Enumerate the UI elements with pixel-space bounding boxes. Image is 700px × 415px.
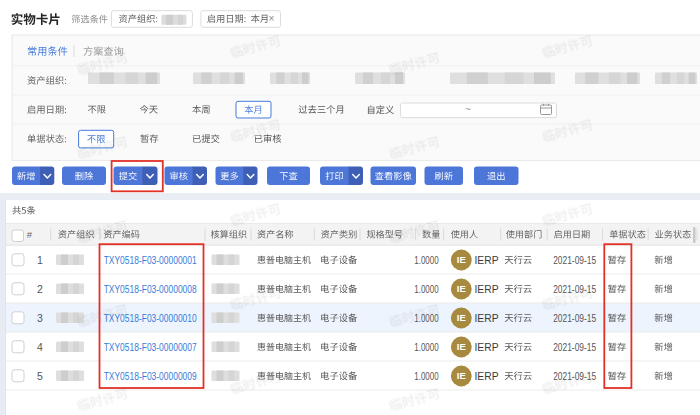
svg-text:TXY0518-F03-00000007: TXY0518-F03-00000007 xyxy=(104,342,197,353)
svg-text:2: 2 xyxy=(37,283,43,295)
svg-text:2021-09-15: 2021-09-15 xyxy=(553,312,596,324)
svg-text:TXY0518-F03-00000001: TXY0518-F03-00000001 xyxy=(104,255,197,266)
svg-text:IERP: IERP xyxy=(475,342,499,353)
svg-text:3: 3 xyxy=(37,312,43,324)
svg-text:IE: IE xyxy=(457,312,466,323)
svg-text:IE: IE xyxy=(457,341,466,352)
svg-text:TXY0518-F03-00000009: TXY0518-F03-00000009 xyxy=(104,371,197,382)
svg-text:1.0000: 1.0000 xyxy=(414,342,439,353)
svg-text:IE: IE xyxy=(457,283,466,294)
svg-text:IE: IE xyxy=(457,370,466,381)
svg-text:5: 5 xyxy=(37,370,43,382)
svg-text:×: × xyxy=(269,13,275,24)
svg-text:IERP: IERP xyxy=(475,255,499,266)
svg-text:IE: IE xyxy=(457,254,466,265)
svg-text:2021-09-15: 2021-09-15 xyxy=(553,341,596,353)
svg-text:~: ~ xyxy=(465,104,471,115)
svg-text:#: # xyxy=(27,229,33,240)
svg-text:TXY0518-F03-00000010: TXY0518-F03-00000010 xyxy=(104,313,197,324)
svg-text:2021-09-15: 2021-09-15 xyxy=(553,254,596,266)
svg-text:1.0000: 1.0000 xyxy=(414,255,439,266)
svg-text:IERP: IERP xyxy=(475,284,499,295)
svg-text:1: 1 xyxy=(37,254,43,266)
svg-text:1.0000: 1.0000 xyxy=(414,284,439,295)
svg-text:IERP: IERP xyxy=(475,371,499,382)
svg-text:TXY0518-F03-00000008: TXY0518-F03-00000008 xyxy=(104,284,197,295)
svg-text:4: 4 xyxy=(37,341,43,353)
svg-text:IERP: IERP xyxy=(475,313,499,324)
svg-text:1.0000: 1.0000 xyxy=(414,371,439,382)
